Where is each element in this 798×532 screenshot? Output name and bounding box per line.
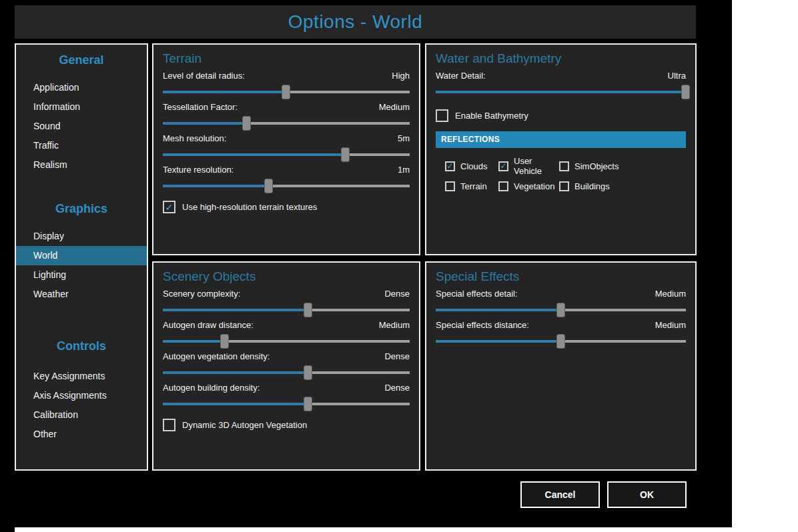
- autogen-building-density-slider[interactable]: [163, 397, 410, 411]
- sidebar-item-sound[interactable]: Sound: [16, 117, 147, 136]
- special-effects-distance-slider[interactable]: [436, 335, 686, 348]
- slider-thumb[interactable]: [556, 334, 565, 349]
- sidebar-item-traffic[interactable]: Traffic: [16, 136, 147, 155]
- slider-label: Autogen draw distance:: [163, 320, 254, 331]
- checkbox-icon: ✓: [436, 109, 448, 122]
- slider-track: [163, 122, 410, 125]
- slider-thumb[interactable]: [556, 303, 565, 317]
- slider-track: [163, 153, 410, 156]
- slider-label: Scenery complexity:: [163, 289, 240, 299]
- reflections-options: ✓ Clouds ✓ User Vehicle ✓ SimObjects ✓ T…: [436, 156, 686, 191]
- checkbox-icon: ✓: [445, 161, 455, 171]
- sidebar-item-realism[interactable]: Realism: [16, 155, 147, 175]
- slider-label: Special effects distance:: [436, 320, 529, 331]
- sidebar-item-lighting[interactable]: Lighting: [16, 265, 147, 285]
- slider-label: Special effects detail:: [436, 289, 518, 299]
- setting-texture-resolution: Texture resolution: 1m: [163, 165, 410, 193]
- slider-thumb[interactable]: [304, 397, 312, 411]
- slider-thumb[interactable]: [304, 303, 312, 317]
- terrain-panel-title: Terrain: [163, 51, 410, 67]
- cancel-button[interactable]: Cancel: [520, 481, 600, 508]
- scenery-complexity-slider[interactable]: [163, 303, 410, 317]
- slider-value: Dense: [384, 383, 410, 393]
- check-mark-icon: ✓: [165, 202, 173, 212]
- check-mark-icon: ✓: [446, 162, 453, 170]
- setting-autogen-building-density: Autogen building density: Dense: [163, 383, 410, 411]
- reflections-user-vehicle-checkbox[interactable]: ✓ User Vehicle: [498, 156, 559, 176]
- slider-value: Ultra: [668, 71, 686, 81]
- slider-track: [163, 340, 410, 343]
- reflections-simobjects-checkbox[interactable]: ✓ SimObjects: [559, 156, 686, 176]
- mesh-resolution-slider[interactable]: [163, 148, 410, 161]
- special-effects-panel: Special Effects Special effects detail: …: [425, 261, 697, 471]
- setting-special-effects-distance: Special effects distance: Medium: [436, 320, 686, 348]
- sidebar-item-other[interactable]: Other: [16, 425, 147, 444]
- sidebar-item-key-assignments[interactable]: Key Assignments: [16, 367, 147, 386]
- checkbox-icon: ✓: [163, 201, 175, 213]
- slider-thumb[interactable]: [341, 147, 350, 162]
- slider-thumb[interactable]: [242, 116, 251, 131]
- sidebar-item-axis-assignments[interactable]: Axis Assignments: [16, 386, 147, 405]
- checkbox-icon: ✓: [498, 181, 508, 191]
- sidebar-item-calibration[interactable]: Calibration: [16, 405, 147, 425]
- bottom-strip: [15, 527, 732, 532]
- setting-scenery-complexity: Scenery complexity: Dense: [163, 289, 410, 317]
- setting-autogen-draw-distance: Autogen draw distance: Medium: [163, 320, 410, 348]
- ok-button[interactable]: OK: [607, 481, 687, 508]
- level-of-detail-radius-slider[interactable]: [163, 85, 410, 99]
- slider-label: Water Detail:: [436, 71, 486, 81]
- slider-value: 5m: [398, 133, 410, 144]
- setting-special-effects-detail: Special effects detail: Medium: [436, 289, 686, 317]
- reflections-terrain-checkbox[interactable]: ✓ Terrain: [445, 181, 498, 191]
- slider-thumb[interactable]: [681, 85, 690, 99]
- slider-value: Medium: [379, 102, 410, 113]
- special-effects-detail-slider[interactable]: [436, 303, 686, 317]
- slider-track: [163, 185, 410, 187]
- slider-value: Medium: [655, 320, 686, 331]
- setting-mesh-resolution: Mesh resolution: 5m: [163, 133, 410, 161]
- setting-autogen-vegetation-density: Autogen vegetation density: Dense: [163, 351, 410, 379]
- texture-resolution-slider[interactable]: [163, 179, 410, 193]
- slider-track: [163, 371, 410, 374]
- slider-label: Autogen vegetation density:: [163, 351, 270, 362]
- slider-label: Mesh resolution:: [163, 133, 226, 144]
- enable-bathymetry-checkbox[interactable]: ✓ Enable Bathymetry: [436, 109, 686, 122]
- checkbox-icon: ✓: [445, 181, 455, 191]
- slider-label: Texture resolution:: [163, 165, 234, 175]
- water-detail-slider[interactable]: [436, 85, 686, 99]
- slider-track: [163, 309, 410, 311]
- scenery-panel-title: Scenery Objects: [163, 269, 410, 285]
- sidebar-header-general: General: [16, 53, 147, 67]
- slider-value: Dense: [384, 289, 410, 299]
- reflections-vegetation-checkbox[interactable]: ✓ Vegetation: [498, 181, 559, 191]
- slider-thumb[interactable]: [264, 179, 273, 193]
- titlebar: Options - World: [15, 5, 696, 39]
- slider-label: Tessellation Factor:: [163, 102, 238, 113]
- sidebar-item-weather[interactable]: Weather: [16, 285, 147, 304]
- checkbox-icon: ✓: [163, 419, 175, 431]
- reflections-clouds-checkbox[interactable]: ✓ Clouds: [445, 156, 498, 176]
- slider-thumb[interactable]: [304, 365, 312, 380]
- checkbox-icon: ✓: [559, 161, 569, 171]
- reflections-buildings-checkbox[interactable]: ✓ Buildings: [559, 181, 686, 191]
- slider-label: Autogen building density:: [163, 383, 260, 393]
- setting-level-of-detail-radius: Level of detail radius: High: [163, 71, 410, 99]
- sidebar-item-information[interactable]: Information: [16, 97, 147, 117]
- autogen-vegetation-density-slider[interactable]: [163, 366, 410, 379]
- setting-tessellation-factor: Tessellation Factor: Medium: [163, 102, 410, 130]
- sidebar-header-graphics: Graphics: [16, 201, 147, 216]
- slider-value: Medium: [655, 289, 686, 299]
- use-high-resolution-terrain-textures-checkbox[interactable]: ✓ Use high-resolution terrain textures: [163, 201, 410, 213]
- sidebar-item-world[interactable]: World: [16, 246, 147, 265]
- autogen-draw-distance-slider[interactable]: [163, 335, 410, 348]
- sidebar-item-display[interactable]: Display: [16, 227, 147, 246]
- tessellation-factor-slider[interactable]: [163, 117, 410, 130]
- slider-label: Level of detail radius:: [163, 71, 245, 81]
- water-panel-title: Water and Bathymetry: [436, 51, 686, 67]
- sidebar-item-application[interactable]: Application: [16, 78, 147, 97]
- sidebar: General Application Information Sound Tr…: [15, 43, 148, 471]
- slider-thumb[interactable]: [282, 85, 290, 99]
- scenery-objects-panel: Scenery Objects Scenery complexity: Dens…: [152, 261, 420, 471]
- dynamic-3d-autogen-vegetation-checkbox[interactable]: ✓ Dynamic 3D Autogen Vegetation: [163, 419, 410, 431]
- slider-thumb[interactable]: [220, 334, 229, 349]
